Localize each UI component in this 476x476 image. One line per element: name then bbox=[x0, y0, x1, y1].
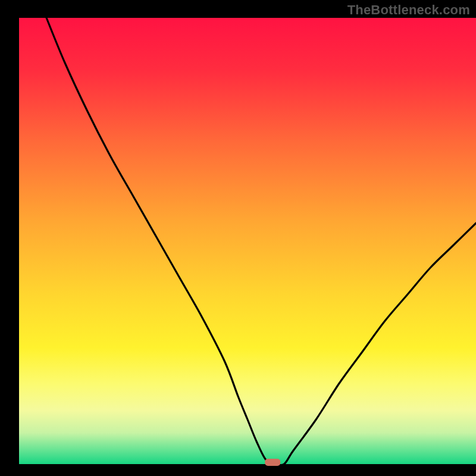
optimal-marker bbox=[265, 459, 280, 466]
bottleneck-chart bbox=[0, 0, 476, 476]
chart-stage: TheBottleneck.com bbox=[0, 0, 476, 476]
plot-background bbox=[19, 18, 476, 464]
